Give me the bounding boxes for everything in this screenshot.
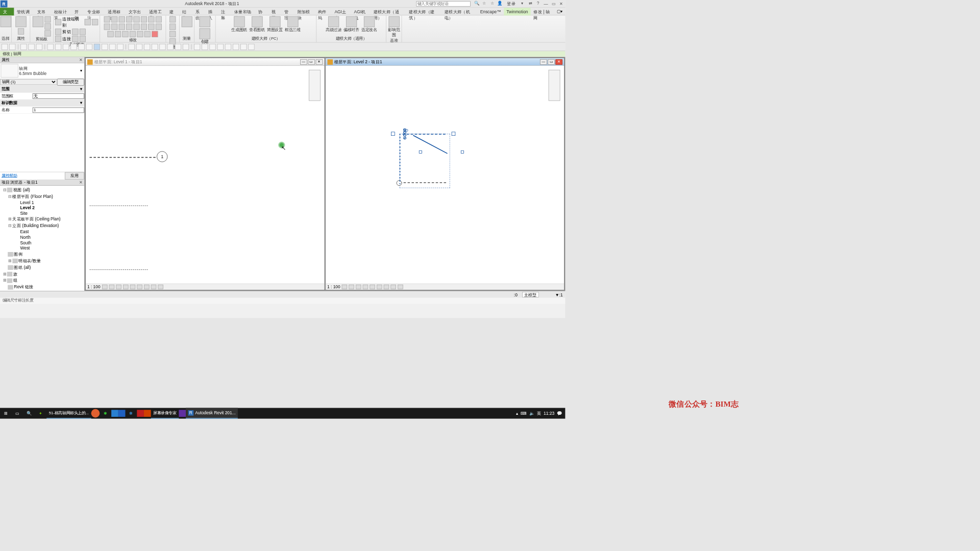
trim-icon[interactable] [148, 16, 154, 22]
tree-node[interactable]: ⊟视图 (all) [1, 187, 84, 193]
ribbon-tab[interactable]: 通用工具 [146, 8, 166, 15]
tray-time[interactable]: 11:23 [544, 411, 554, 416]
view-max-icon[interactable]: ▭ [308, 59, 315, 65]
filter-count[interactable]: ▼:1 [555, 292, 563, 297]
file-tab[interactable]: 文件 [0, 8, 14, 15]
drag-handle[interactable] [451, 132, 455, 136]
ribbon-tab[interactable]: 支吊架 [35, 8, 52, 15]
view-max-icon[interactable]: ▭ [548, 59, 555, 65]
tree-node[interactable]: South [1, 240, 84, 245]
adv-filter-icon[interactable] [328, 16, 339, 27]
create-icon[interactable] [200, 16, 210, 27]
tree-node[interactable]: ⊞族 [1, 270, 84, 277]
split-icon[interactable] [155, 16, 161, 22]
cut-geom-icon[interactable] [55, 29, 61, 35]
restore-button[interactable]: ▭ [550, 1, 557, 6]
tree-node[interactable]: West [1, 245, 84, 251]
view-cube[interactable] [549, 70, 560, 101]
ribbon-collapse-icon[interactable]: ▢▾ [554, 9, 565, 14]
move-icon[interactable] [126, 16, 132, 22]
measure-icon[interactable] [181, 16, 192, 27]
type-prop-icon[interactable] [18, 28, 24, 34]
star-icon-2[interactable]: ☆ [489, 1, 495, 7]
ribbon-tab[interactable]: 建筑 [167, 8, 180, 15]
view-close-icon[interactable]: ✕ [315, 59, 323, 65]
tree-node[interactable]: 图纸 (all) [1, 264, 84, 271]
ribbon-tab[interactable]: 校核计算 [51, 8, 71, 15]
tree-node[interactable]: ⊞明细表/数量 [1, 258, 84, 264]
grid-name-input[interactable] [33, 107, 84, 113]
grid-line-vert[interactable] [399, 134, 400, 184]
ribbon-tab[interactable]: 附加模块 [295, 8, 315, 15]
grid-bubble[interactable]: 1 [157, 151, 167, 162]
model-mode[interactable]: 主模型 [522, 292, 539, 297]
cope-icon[interactable] [55, 19, 61, 25]
ribbon-tab[interactable]: Twinmotion [504, 8, 531, 15]
tree-node[interactable]: Level 2 [1, 205, 84, 211]
drag-handle[interactable] [391, 132, 395, 136]
delete-icon[interactable] [152, 31, 158, 37]
ribbon-tab[interactable]: 系统 [192, 8, 205, 15]
tree-node[interactable]: East [1, 229, 84, 235]
app-icon[interactable] [118, 410, 126, 417]
properties-icon[interactable] [15, 16, 26, 27]
tree-node[interactable]: ⊞组 [1, 277, 84, 284]
ribbon-tab[interactable]: 协作 [256, 8, 268, 15]
ribbon-tab[interactable]: 体量和场地 [232, 8, 256, 15]
search-icon[interactable]: 🔍 [474, 1, 480, 7]
grid-line-sel[interactable] [403, 134, 446, 135]
modify-tool-icon[interactable] [0, 16, 11, 27]
canvas-left[interactable]: 1 ↖ [86, 66, 324, 283]
tree-node[interactable]: 图例 [1, 251, 84, 258]
view-min-icon[interactable]: — [300, 59, 307, 65]
join-geom-icon[interactable] [55, 36, 61, 42]
ribbon-tab[interactable]: 建模大师（机电） [442, 8, 478, 15]
star-icon[interactable]: ☆ [481, 1, 487, 7]
app-icon[interactable] [144, 410, 151, 417]
app-icon[interactable] [137, 410, 144, 417]
type-dropdown-icon[interactable]: ▾ [79, 68, 84, 73]
tray-icon[interactable]: ▴ [516, 411, 519, 416]
tree-node[interactable]: ⊟立面 (Building Elevation) [1, 222, 84, 229]
drag-handle[interactable] [461, 151, 464, 154]
view-title-right[interactable]: 楼层平面: Level 2 - 项目1 —▭✕ [326, 58, 564, 66]
gen-sheet-icon[interactable] [234, 16, 244, 27]
user-icon[interactable]: 👤 [497, 1, 503, 7]
taskbar-app-revit[interactable]: RAutodesk Revit 201... [186, 408, 238, 419]
ribbon-tab[interactable]: 视图 [268, 8, 281, 15]
tray-icon[interactable]: 🔈 [529, 411, 535, 416]
tree-node[interactable]: North [1, 235, 84, 240]
canvas-right[interactable]: 3D 6000 [326, 66, 564, 283]
grid-line-2[interactable] [399, 182, 446, 183]
app-icon[interactable]: ✦ [35, 408, 46, 419]
box3d-icon[interactable] [287, 16, 298, 27]
copy-icon[interactable] [44, 23, 51, 30]
ribbon-tab[interactable]: Enscape™ [477, 8, 504, 15]
minimize-button[interactable]: — [542, 2, 550, 6]
view-cube[interactable] [309, 70, 321, 101]
dimension-value[interactable]: 6000 [401, 129, 407, 140]
align-icon[interactable] [104, 16, 110, 22]
apply-button[interactable]: 应用 [65, 172, 84, 179]
tree-node[interactable]: ⊞天花板平面 (Ceiling Plan) [1, 216, 84, 222]
edit-type-button[interactable]: 编辑类型 [57, 79, 84, 86]
view-sheet-icon[interactable] [252, 16, 262, 27]
login-link[interactable]: 登录 [507, 1, 516, 7]
start-button[interactable]: ⊞ [0, 408, 12, 419]
ribbon-tab[interactable]: 开洞 [72, 8, 85, 15]
app-icon[interactable]: ✱ [100, 408, 111, 419]
properties-close-icon[interactable]: ✕ [79, 57, 83, 62]
ribbon-tab[interactable]: 插入 [206, 8, 218, 15]
browser-close-icon[interactable]: ✕ [79, 180, 83, 185]
ribbon-tab[interactable]: 注释 [218, 8, 231, 15]
selection-filter-select[interactable]: 轴网 (1) [0, 79, 57, 85]
ribbon-tab[interactable]: 构件坞 [315, 8, 332, 15]
scope-box-input[interactable] [33, 93, 84, 99]
match-icon[interactable] [44, 30, 51, 36]
app-icon[interactable] [179, 410, 186, 417]
qat-icon[interactable] [2, 44, 8, 50]
tray-ime[interactable]: 英 [537, 410, 541, 416]
ribbon-tab[interactable]: 管理 [282, 8, 295, 15]
ribbon-tab[interactable]: 专业标注 [85, 8, 105, 15]
ribbon-tab[interactable]: 管线调整 [14, 8, 35, 15]
